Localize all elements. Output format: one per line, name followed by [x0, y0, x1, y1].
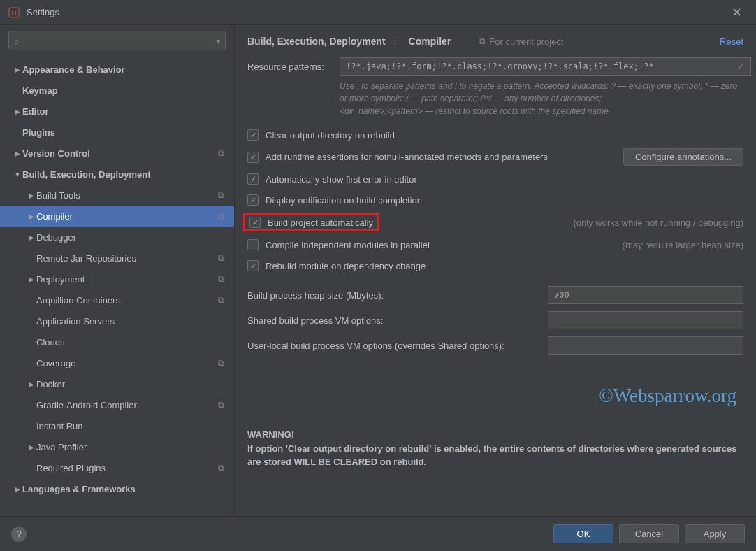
tree-arrow-icon[interactable]: ▶ [27, 234, 36, 241]
configure-annotations-button[interactable]: Configure annotations... [623, 148, 743, 166]
chevron-right-icon: 〉 [393, 35, 402, 48]
sidebar-item-languages-frameworks[interactable]: ▶Languages & Frameworks [0, 478, 234, 499]
sidebar-item-keymap[interactable]: Keymap [0, 80, 234, 101]
sidebar-item-remote-jar-repositories[interactable]: Remote Jar Repositories⧉ [0, 248, 234, 269]
project-scope-icon: ⧉ [218, 400, 224, 410]
clear-output-label: Clear output directory on rebuild [266, 130, 395, 141]
tree-arrow-icon[interactable]: ▶ [13, 485, 22, 493]
sidebar-item-appearance-behavior[interactable]: ▶Appearance & Behavior [0, 59, 234, 80]
cancel-button[interactable]: Cancel [619, 524, 679, 543]
settings-tree: ▶Appearance & BehaviorKeymap▶EditorPlugi… [0, 56, 234, 516]
svg-text:IJ: IJ [11, 10, 16, 17]
sidebar-item-label: Remote Jar Repositories [36, 253, 218, 264]
compile-parallel-checkbox[interactable] [247, 239, 259, 250]
auto-first-error-label: Automatically show first error in editor [266, 174, 417, 185]
breadcrumb-parent[interactable]: Build, Execution, Deployment [247, 36, 386, 47]
sidebar-item-build-tools[interactable]: ▶Build Tools⧉ [0, 185, 234, 206]
sidebar-item-label: Docker [36, 379, 234, 389]
chevron-down-icon[interactable]: ▾ [217, 37, 220, 45]
sidebar-item-label: Application Servers [36, 316, 234, 327]
sidebar-item-instant-run[interactable]: Instant Run [0, 415, 234, 436]
sidebar-item-build-execution-deployment[interactable]: ▼Build, Execution, Deployment [0, 164, 234, 185]
sidebar: ⌕ ▾ ▶Appearance & BehaviorKeymap▶EditorP… [0, 25, 235, 516]
userlocal-vm-input[interactable] [548, 336, 743, 355]
sidebar-item-label: Instant Run [36, 421, 234, 431]
tree-arrow-icon[interactable]: ▼ [13, 171, 22, 178]
clear-output-checkbox[interactable] [247, 129, 259, 141]
sidebar-item-editor[interactable]: ▶Editor [0, 101, 234, 122]
sidebar-item-label: Build Tools [36, 190, 218, 201]
project-scope-icon: ⧉ [218, 463, 224, 473]
sidebar-item-plugins[interactable]: Plugins [0, 122, 234, 143]
sidebar-item-label: Build, Execution, Deployment [22, 169, 234, 180]
window-title: Settings [27, 7, 726, 17]
highlight-box: Build project automatically [243, 213, 379, 231]
sidebar-item-required-plugins[interactable]: Required Plugins⧉ [0, 457, 234, 478]
ok-button[interactable]: OK [553, 524, 613, 543]
sidebar-item-java-profiler[interactable]: ▶Java Profiler [0, 436, 234, 457]
for-project-label: ⧉ For current project [479, 36, 563, 47]
sidebar-item-label: Coverage [36, 358, 218, 368]
sidebar-item-clouds[interactable]: Clouds [0, 331, 234, 352]
sidebar-item-label: Compiler [36, 211, 218, 222]
project-scope-icon: ⧉ [218, 274, 224, 284]
warning-block: WARNING! If option 'Clear output directo… [247, 428, 743, 469]
search-input[interactable] [8, 31, 226, 50]
display-notif-checkbox[interactable] [247, 194, 259, 206]
tree-arrow-icon[interactable]: ▶ [13, 66, 22, 73]
title-bar: IJ Settings ✕ [0, 0, 756, 25]
shared-vm-input[interactable] [548, 311, 743, 329]
project-scope-icon: ⧉ [218, 211, 224, 221]
tree-arrow-icon[interactable]: ▶ [27, 443, 36, 451]
copy-icon: ⧉ [479, 36, 485, 47]
sidebar-item-debugger[interactable]: ▶Debugger [0, 227, 234, 248]
sidebar-item-compiler[interactable]: ▶Compiler⧉ [0, 206, 234, 227]
sidebar-item-coverage[interactable]: Coverage⧉ [0, 352, 234, 373]
compile-parallel-note: (may require larger heap size) [623, 240, 743, 250]
project-scope-icon: ⧉ [218, 190, 224, 200]
warning-title: WARNING! [247, 428, 743, 442]
build-auto-label: Build project automatically [268, 217, 373, 228]
app-icon: IJ [8, 7, 20, 18]
tree-arrow-icon[interactable]: ▶ [13, 150, 22, 157]
sidebar-item-label: Gradle-Android Compiler [36, 400, 218, 410]
sidebar-item-deployment[interactable]: ▶Deployment⧉ [0, 269, 234, 289]
build-auto-checkbox[interactable] [249, 217, 261, 228]
rebuild-dep-checkbox[interactable] [247, 260, 259, 271]
sidebar-item-application-servers[interactable]: Application Servers [0, 310, 234, 331]
project-scope-icon: ⧉ [218, 358, 224, 368]
shared-vm-label: Shared build process VM options: [247, 315, 537, 326]
sidebar-item-label: Java Profiler [36, 442, 234, 452]
sidebar-item-label: Required Plugins [36, 463, 218, 473]
apply-button[interactable]: Apply [685, 524, 745, 543]
reset-link[interactable]: Reset [720, 36, 743, 47]
sidebar-item-label: Clouds [36, 337, 234, 348]
tree-arrow-icon[interactable]: ▶ [13, 108, 22, 115]
project-scope-icon: ⧉ [218, 148, 224, 158]
sidebar-item-arquillian-containers[interactable]: Arquillian Containers⧉ [0, 289, 234, 310]
warning-body: If option 'Clear output directory on reb… [247, 442, 743, 469]
auto-first-error-checkbox[interactable] [247, 173, 259, 185]
add-runtime-label: Add runtime assertions for notnull-annot… [266, 152, 548, 162]
sidebar-item-docker[interactable]: ▶Docker [0, 373, 234, 394]
close-icon[interactable]: ✕ [726, 2, 748, 23]
search-icon: ⌕ [14, 36, 20, 46]
heap-size-input[interactable] [548, 286, 743, 304]
sidebar-item-label: Keymap [22, 85, 234, 96]
rebuild-dep-label: Rebuild module on dependency change [266, 261, 426, 271]
sidebar-item-label: Appearance & Behavior [22, 64, 234, 75]
tree-arrow-icon[interactable]: ▶ [27, 192, 36, 199]
sidebar-item-gradle-android-compiler[interactable]: Gradle-Android Compiler⧉ [0, 394, 234, 415]
add-runtime-checkbox[interactable] [247, 152, 259, 163]
tree-arrow-icon[interactable]: ▶ [27, 213, 36, 220]
footer: ? OK Cancel Apply [0, 516, 756, 551]
watermark: ©Websparrow.org [247, 385, 743, 407]
tree-arrow-icon[interactable]: ▶ [27, 276, 36, 283]
resource-patterns-input[interactable] [340, 57, 751, 76]
heap-size-label: Build process heap size (Mbytes): [247, 290, 537, 301]
help-button[interactable]: ? [11, 527, 27, 542]
tree-arrow-icon[interactable]: ▶ [27, 380, 36, 388]
project-scope-icon: ⧉ [218, 295, 224, 305]
compile-parallel-label: Compile independent modules in parallel [266, 240, 430, 250]
sidebar-item-version-control[interactable]: ▶Version Control⧉ [0, 143, 234, 164]
